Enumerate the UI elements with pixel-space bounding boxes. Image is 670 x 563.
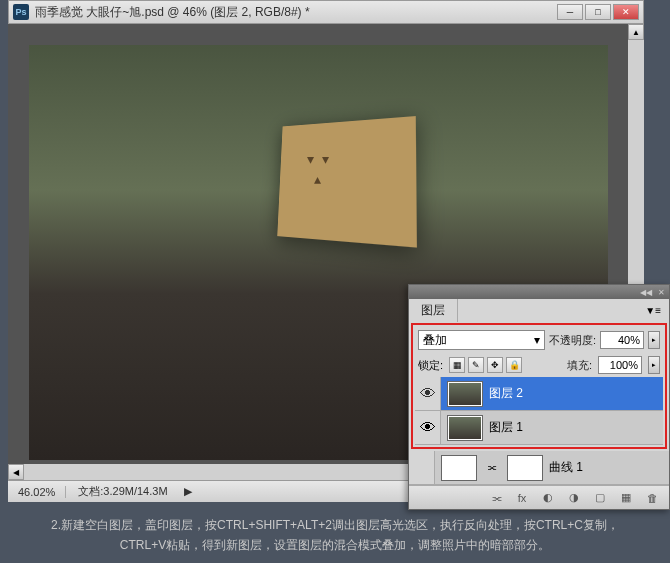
layer-name[interactable]: 曲线 1 <box>549 459 583 476</box>
scroll-up-arrow[interactable]: ▲ <box>628 24 644 40</box>
lock-icons: ▦ ✎ ✥ 🔒 <box>449 357 522 373</box>
layer-fx-icon[interactable]: fx <box>513 489 531 507</box>
eye-icon: 👁 <box>420 385 436 403</box>
mask-thumbnail[interactable] <box>507 455 543 481</box>
layers-panel: ◀◀ ✕ 图层 ▼≡ 叠加 ▾ 不透明度: 40% ▸ 锁定: ▦ ✎ ✥ 🔒 … <box>408 284 670 510</box>
fill-label: 填充: <box>567 358 592 373</box>
zoom-level[interactable]: 46.02% <box>8 486 66 498</box>
panel-collapse-icon[interactable]: ◀◀ <box>640 288 652 297</box>
instruction-line-2: CTRL+V粘贴，得到新图层，设置图层的混合模式叠加，调整照片中的暗部部分。 <box>20 535 650 555</box>
adjustment-thumbnail[interactable] <box>441 455 477 481</box>
instructions: 2.新建空白图层，盖印图层，按CTRL+SHIFT+ALT+2调出图层高光选区，… <box>0 515 670 555</box>
panel-close-icon[interactable]: ✕ <box>658 288 665 297</box>
delete-layer-icon[interactable]: 🗑 <box>643 489 661 507</box>
layer-list: 👁 图层 2 👁 图层 1 <box>415 377 663 445</box>
fill-input[interactable]: 100% <box>598 356 642 374</box>
highlighted-region: 叠加 ▾ 不透明度: 40% ▸ 锁定: ▦ ✎ ✥ 🔒 填充: 100% ▸ … <box>411 323 667 449</box>
instruction-line-1: 2.新建空白图层，盖印图层，按CTRL+SHIFT+ALT+2调出图层高光选区，… <box>20 515 650 535</box>
layer-thumbnail[interactable] <box>447 381 483 407</box>
status-menu-arrow[interactable]: ▶ <box>180 485 196 498</box>
panel-header: ◀◀ ✕ <box>409 285 669 299</box>
scroll-left-arrow[interactable]: ◀ <box>8 464 24 480</box>
lock-label: 锁定: <box>418 358 443 373</box>
blend-mode-row: 叠加 ▾ 不透明度: 40% ▸ <box>415 327 663 353</box>
lock-transparency-icon[interactable]: ▦ <box>449 357 465 373</box>
layer-name[interactable]: 图层 2 <box>489 385 523 402</box>
tab-layers[interactable]: 图层 <box>409 299 458 322</box>
layer-item[interactable]: ⫘ 曲线 1 <box>409 451 669 485</box>
lock-position-icon[interactable]: ✥ <box>487 357 503 373</box>
visibility-toggle[interactable] <box>409 451 435 484</box>
photoshop-icon: Ps <box>13 4 29 20</box>
layer-group-icon[interactable]: ▢ <box>591 489 609 507</box>
layer-mask-icon[interactable]: ◐ <box>539 489 557 507</box>
blend-mode-value: 叠加 <box>423 332 447 349</box>
window-controls: ─ □ ✕ <box>557 4 639 20</box>
eye-icon: 👁 <box>420 419 436 437</box>
fill-spinner[interactable]: ▸ <box>648 356 660 374</box>
layer-name[interactable]: 图层 1 <box>489 419 523 436</box>
close-button[interactable]: ✕ <box>613 4 639 20</box>
visibility-toggle[interactable]: 👁 <box>415 377 441 410</box>
layer-thumbnail[interactable] <box>447 415 483 441</box>
dropdown-arrow-icon: ▾ <box>534 333 540 347</box>
window-title: 雨季感觉 大眼仔~旭.psd @ 46% (图层 2, RGB/8#) * <box>35 4 557 21</box>
layer-list-continued: ⫘ 曲线 1 <box>409 451 669 485</box>
visibility-toggle[interactable]: 👁 <box>415 411 441 444</box>
opacity-spinner[interactable]: ▸ <box>648 331 660 349</box>
lock-all-icon[interactable]: 🔒 <box>506 357 522 373</box>
document-info: 文档:3.29M/14.3M <box>66 484 179 499</box>
opacity-input[interactable]: 40% <box>600 331 644 349</box>
link-layers-icon[interactable]: ⫘ <box>487 489 505 507</box>
panel-tabs: 图层 ▼≡ <box>409 299 669 321</box>
new-layer-icon[interactable]: ▦ <box>617 489 635 507</box>
maximize-button[interactable]: □ <box>585 4 611 20</box>
minimize-button[interactable]: ─ <box>557 4 583 20</box>
lock-pixels-icon[interactable]: ✎ <box>468 357 484 373</box>
lock-row: 锁定: ▦ ✎ ✥ 🔒 填充: 100% ▸ <box>415 353 663 377</box>
link-icon: ⫘ <box>487 462 497 473</box>
blend-mode-select[interactable]: 叠加 ▾ <box>418 330 545 350</box>
panel-footer: ⫘ fx ◐ ◑ ▢ ▦ 🗑 <box>409 485 669 509</box>
titlebar: Ps 雨季感觉 大眼仔~旭.psd @ 46% (图层 2, RGB/8#) *… <box>8 0 644 24</box>
layer-item[interactable]: 👁 图层 1 <box>415 411 663 445</box>
layer-item[interactable]: 👁 图层 2 <box>415 377 663 411</box>
panel-menu-icon[interactable]: ▼≡ <box>637 305 669 316</box>
opacity-label: 不透明度: <box>549 333 596 348</box>
adjustment-layer-icon[interactable]: ◑ <box>565 489 583 507</box>
